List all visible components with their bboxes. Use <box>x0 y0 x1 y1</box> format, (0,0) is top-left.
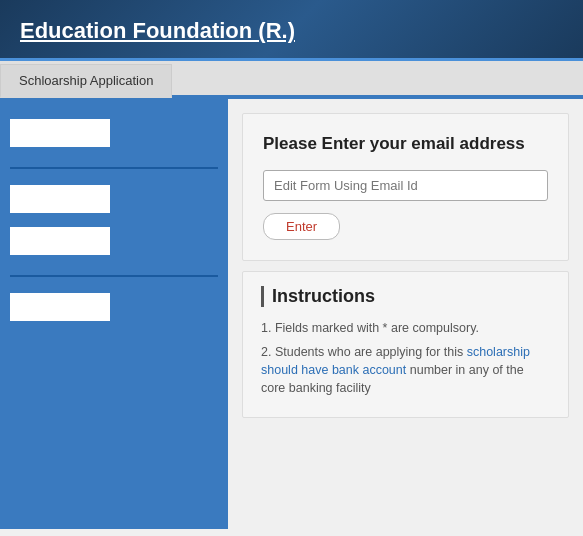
instruction-text-before-2: Students who are applying for this <box>275 345 463 359</box>
sidebar-input-4[interactable] <box>10 293 110 321</box>
sidebar-divider-1 <box>10 167 218 169</box>
instructions-box: Instructions 1. Fields marked with * are… <box>242 271 569 419</box>
instruction-item-1: 1. Fields marked with * are compulsory. <box>261 319 550 337</box>
instructions-title: Instructions <box>261 286 550 307</box>
tab-spacer <box>172 61 583 97</box>
sidebar-divider-2 <box>10 275 218 277</box>
instruction-num-1: 1. <box>261 321 271 335</box>
tab-bar: Schloarship Application <box>0 61 583 99</box>
tab-scholarship-application[interactable]: Schloarship Application <box>0 64 172 98</box>
enter-button[interactable]: Enter <box>263 213 340 240</box>
email-box: Please Enter your email address Enter <box>242 113 569 261</box>
sidebar-input-2[interactable] <box>10 185 110 213</box>
right-content: Please Enter your email address Enter In… <box>228 99 583 529</box>
header-title: Education Foundation (R.) <box>20 18 295 43</box>
instruction-num-2: 2. <box>261 345 271 359</box>
sidebar-input-1[interactable] <box>10 119 110 147</box>
header: Education Foundation (R.) <box>0 0 583 61</box>
sidebar <box>0 99 228 529</box>
email-box-title: Please Enter your email address <box>263 132 548 156</box>
sidebar-input-3[interactable] <box>10 227 110 255</box>
main-content: Please Enter your email address Enter In… <box>0 99 583 529</box>
instructions-list: 1. Fields marked with * are compulsory. … <box>261 319 550 398</box>
instruction-item-2: 2. Students who are applying for this sc… <box>261 343 550 397</box>
email-input[interactable] <box>263 170 548 201</box>
instruction-text-1: Fields marked with * are compulsory. <box>275 321 479 335</box>
